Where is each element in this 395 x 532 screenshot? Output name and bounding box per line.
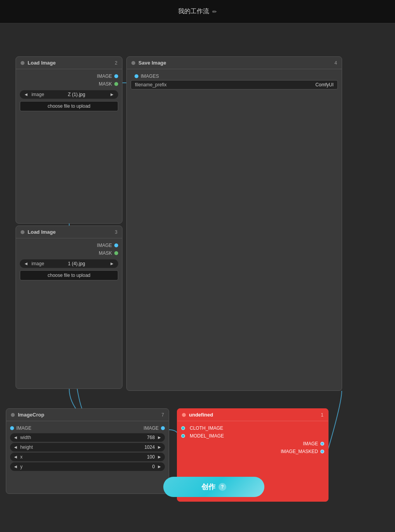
image2-next-btn[interactable]: ► (109, 260, 115, 267)
port-mask2-label: MASK (99, 250, 112, 256)
height-value: 1024 (131, 444, 155, 450)
node-imagecrop-dot (11, 413, 15, 417)
node-save-image-header: Save Image 4 (127, 57, 342, 69)
x-label: x (20, 454, 130, 460)
port-image-out-label: image (303, 441, 318, 446)
node-imagecrop-body: image IMAGE ◄ width 768 ► ◄ height 1024 … (6, 421, 169, 475)
port-model-connector (181, 434, 185, 438)
stepper-width: ◄ width 768 ► (10, 433, 165, 442)
port-cloth-connector (181, 426, 185, 430)
node-load-image-1: Load Image 2 IMAGE MASK ◄ image Z (1).jp… (16, 56, 122, 224)
height-label: height (20, 444, 130, 450)
node-title-left-2: Load Image (21, 229, 56, 235)
stepper-y: ◄ y 0 ► (10, 462, 165, 471)
port-imagecrop-out-label: IMAGE (143, 425, 159, 431)
y-prev-btn[interactable]: ◄ (12, 463, 19, 470)
stepper-height: ◄ height 1024 ► (10, 443, 165, 452)
port-mask-label: MASK (99, 81, 112, 87)
node-undefined-body: cloth_image model_image image image_mask… (177, 421, 328, 458)
image-prev-btn[interactable]: ◄ (23, 91, 29, 98)
port-mask-connector (114, 82, 118, 86)
node-title: Load Image (28, 60, 56, 66)
image-filename: Z (1).jpg (47, 92, 107, 97)
port-image2-connector (114, 243, 118, 247)
filename-label: filename_prefix (135, 82, 166, 88)
canvas: Load Image 2 IMAGE MASK ◄ image Z (1).jp… (0, 23, 395, 532)
image-next-btn[interactable]: ► (109, 91, 115, 98)
node-imagecrop-title: ImageCrop (18, 412, 44, 418)
x-value: 100 (131, 454, 155, 460)
y-value: 0 (131, 464, 155, 469)
node-undefined-id: 1 (321, 412, 323, 418)
upload-btn-2[interactable]: choose file to upload (20, 270, 118, 280)
node-save-image: Save Image 4 images filename_prefix Comf… (126, 56, 342, 391)
node-title-left: Load Image (21, 60, 56, 66)
image-selector-2: ◄ image 1 (4).jpg ► (20, 259, 118, 268)
node-load-image-2-body: IMAGE MASK ◄ image 1 (4).jpg ► choose fi… (16, 238, 122, 285)
node-undefined-dot (182, 413, 186, 417)
node-imagecrop: ImageCrop 7 image IMAGE ◄ width 768 ► (6, 408, 169, 494)
stepper-x: ◄ x 100 ► (10, 453, 165, 461)
image2-label: image (31, 261, 44, 266)
image-label: image (31, 92, 44, 97)
filename-row: filename_prefix ComfyUI (131, 80, 338, 89)
node-load2-title: Load Image (28, 229, 56, 235)
port-image-output: image (177, 440, 328, 448)
port-imagecrop-image: image IMAGE (6, 424, 169, 432)
port-image-masked-conn (320, 450, 324, 453)
port-image2-label: IMAGE (97, 243, 112, 248)
create-button[interactable]: 创作 ? (163, 477, 264, 497)
node-load-image-1-body: IMAGE MASK ◄ image Z (1).jpg ► choose fi… (16, 69, 122, 116)
port-mask2-out: MASK (16, 249, 122, 257)
port-cloth-image: cloth_image (177, 424, 328, 432)
node-status-dot (21, 61, 24, 65)
port-image-out-conn (320, 442, 324, 446)
node-undefined-title: undefined (189, 412, 213, 418)
x-prev-btn[interactable]: ◄ (12, 453, 19, 460)
width-prev-btn[interactable]: ◄ (12, 434, 19, 441)
filename-value: ComfyUI (315, 82, 334, 88)
port-imagecrop-in-label: image (16, 425, 31, 431)
node-imagecrop-title-left: ImageCrop (11, 412, 44, 418)
port-model-image: model_image (177, 432, 328, 440)
height-prev-btn[interactable]: ◄ (12, 444, 19, 451)
node-save-image-body: images filename_prefix ComfyUI (127, 69, 342, 93)
node-save-title: Save Image (138, 60, 166, 66)
node-load-image-2: Load Image 3 IMAGE MASK ◄ image 1 (4).jp… (16, 226, 122, 389)
node-load2-status-dot (21, 230, 24, 234)
port-image-masked-output: image_masked (177, 448, 328, 455)
port-images-connector (135, 74, 138, 78)
node-imagecrop-id: 7 (161, 412, 164, 418)
topbar: 我的工作流 ✏ (0, 0, 395, 23)
node-imagecrop-header: ImageCrop 7 (6, 409, 169, 421)
help-badge: ? (218, 483, 226, 491)
x-next-btn[interactable]: ► (156, 453, 163, 460)
port-images-in: images (131, 72, 338, 80)
upload-btn-1[interactable]: choose file to upload (20, 101, 118, 111)
port-image-masked-label: image_masked (281, 449, 318, 454)
node-save-id: 4 (334, 60, 337, 66)
image2-prev-btn[interactable]: ◄ (23, 260, 29, 267)
y-next-btn[interactable]: ► (156, 463, 163, 470)
width-next-btn[interactable]: ► (156, 434, 163, 441)
port-cloth-label: cloth_image (190, 425, 223, 431)
port-mask-out: MASK (16, 80, 122, 88)
port-mask2-connector (114, 251, 118, 255)
node-save-status-dot (131, 61, 135, 65)
height-next-btn[interactable]: ► (156, 444, 163, 451)
image2-filename: 1 (4).jpg (47, 261, 107, 266)
port-imagecrop-out-connector (161, 426, 165, 430)
width-value: 768 (131, 435, 155, 440)
wire-save-to-undefined (328, 391, 342, 449)
port-model-label: model_image (190, 433, 224, 439)
workflow-title: 我的工作流 ✏ (178, 7, 217, 16)
edit-icon[interactable]: ✏ (212, 9, 217, 15)
create-button-label: 创作 (201, 482, 215, 492)
port-images-label: images (141, 74, 159, 79)
node-load-image-1-header: Load Image 2 (16, 57, 122, 69)
port-image2-out: IMAGE (16, 242, 122, 249)
port-image-out: IMAGE (16, 72, 122, 80)
node-undefined-header: undefined 1 (177, 409, 328, 421)
y-label: y (20, 464, 130, 469)
node-title-left-save: Save Image (131, 60, 166, 66)
